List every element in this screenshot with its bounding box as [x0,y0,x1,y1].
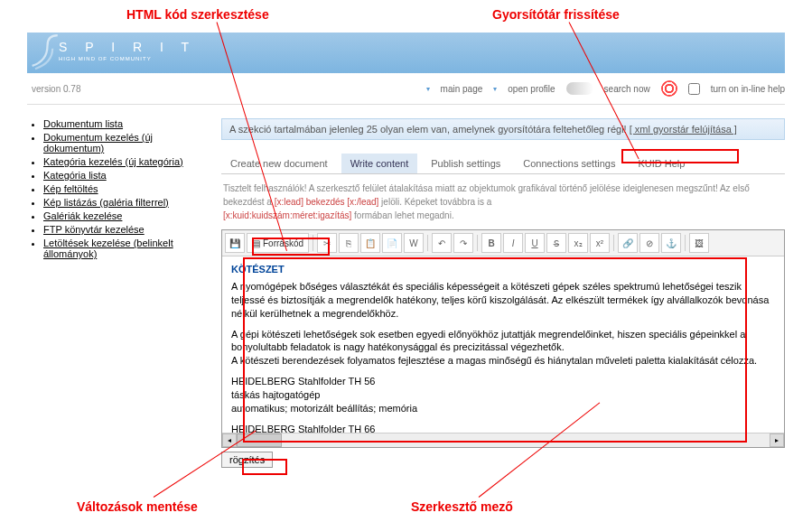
save-button[interactable]: rögzítés [221,452,273,468]
sidebar-item[interactable]: Dokumentum kezelés (új dokumentum) [43,132,153,154]
italic-icon[interactable]: I [503,233,523,253]
inline-help-checkbox[interactable] [688,83,700,95]
sidebar-item[interactable]: Galériák kezelése [43,210,122,221]
content-paragraph: HEIDELBERG Stahlfolder TH 66 táskás hajt… [231,423,775,433]
sidebar-item[interactable]: Dokumentum lista [43,118,123,129]
sidebar-item[interactable]: Kép feltöltés [43,183,98,194]
link-icon[interactable]: 🔗 [618,233,638,253]
sidebar: Dokumentum lista Dokumentum kezelés (új … [27,118,208,468]
cache-refresh-link[interactable]: [ xml gyorstár felújítása ] [630,124,737,135]
nav-inline-help[interactable]: turn on in-line help [711,84,785,94]
nav-search-now[interactable]: search now [604,84,650,94]
editor-toolbar: 💾 ▤ Forráskód ✂ ⎘ 📋 📄 W ↶ ↷ B I U S̶ [222,230,784,256]
image-icon[interactable]: 🖼 [689,233,709,253]
sidebar-item[interactable]: FTP könyvtár kezelése [43,224,145,235]
superscript-icon[interactable]: x² [590,233,610,253]
tab-create[interactable]: Create new document [221,154,337,173]
sidebar-item[interactable]: Kategória kezelés (új kategória) [43,156,183,167]
editor-container: 💾 ▤ Forráskód ✂ ⎘ 📋 📄 W ↶ ↷ B I U S̶ [221,229,785,448]
help-lifebuoy-icon[interactable] [661,80,677,97]
cut-icon[interactable]: ✂ [317,233,337,253]
intro-text: Tisztelt felhasználók! A szerkesztő felü… [221,174,785,229]
anchor-icon[interactable]: ⚓ [661,233,681,253]
sub-header: version 0.78 ▾ main page ▾ open profile … [27,73,785,105]
annotation-editor-field: Szerkesztő mező [411,499,513,514]
tab-write-content[interactable]: Write content [341,154,418,173]
nav-open-profile[interactable]: open profile [508,84,555,94]
unlink-icon[interactable]: ⊘ [639,233,659,253]
cache-banner: A szekció tartalmában jelenleg 25 olyan … [221,118,785,140]
sidebar-item[interactable]: Kategória lista [43,170,107,181]
content-paragraph: A nyomógépek bőséges választékát és spec… [231,280,775,321]
editor-body[interactable]: KÖTÉSZET A nyomógépek bőséges választéká… [222,256,784,433]
search-field[interactable] [566,82,593,95]
content-title: KÖTÉSZET [231,264,775,275]
horizontal-scrollbar[interactable]: ◂ ▸ [222,433,784,447]
chevron-down-icon: ▾ [426,85,430,93]
source-icon: ▤ [252,238,260,248]
annotation-save-changes: Változások mentése [77,499,198,514]
strike-icon[interactable]: S̶ [546,233,566,253]
redo-icon[interactable]: ↷ [453,233,473,253]
tab-kuid-help[interactable]: KUID Help [629,154,694,173]
sidebar-item[interactable]: Letöltések kezelése (belinkelt állományo… [43,238,173,259]
brand-tagline: HIGH MIND OF COMMUNITY [59,56,152,61]
app-header: S P I R I T HIGH MIND OF COMMUNITY [27,33,785,73]
scroll-thumb[interactable] [237,433,282,447]
nav-main-page[interactable]: main page [441,84,483,94]
chevron-down-icon: ▾ [493,85,497,93]
undo-icon[interactable]: ↶ [432,233,452,253]
tab-bar: Create new document Write content Publis… [221,154,785,174]
copy-icon[interactable]: ⎘ [339,233,359,253]
underline-icon[interactable]: U [525,233,545,253]
brand-name: S P I R I T [59,40,196,54]
subscript-icon[interactable]: x₂ [568,233,588,253]
scroll-right-arrow-icon[interactable]: ▸ [770,433,784,447]
paste-word-icon[interactable]: W [404,233,424,253]
tab-connections[interactable]: Connections settings [514,154,624,173]
cache-message: A szekció tartalmában jelenleg 25 olyan … [229,124,630,135]
bold-icon[interactable]: B [481,233,501,253]
version-label: version 0.78 [27,84,80,94]
content-paragraph: HEIDELBERG Stahlfolder TH 56 táskás hajt… [231,375,775,415]
paste-text-icon[interactable]: 📄 [382,233,402,253]
annotation-html-edit: HTML kód szerkesztése [126,7,269,22]
sidebar-item[interactable]: Kép listázás (galéria filterrel) [43,197,169,208]
content-paragraph: A gépi kötészeti lehetőségek sok esetben… [231,328,775,368]
annotation-cache-refresh: Gyorsítótár frissítése [492,7,620,22]
save-icon[interactable]: 💾 [225,233,245,253]
tab-publish[interactable]: Publish settings [422,154,509,173]
source-code-button[interactable]: ▤ Forráskód [247,233,309,253]
paste-icon[interactable]: 📋 [360,233,380,253]
